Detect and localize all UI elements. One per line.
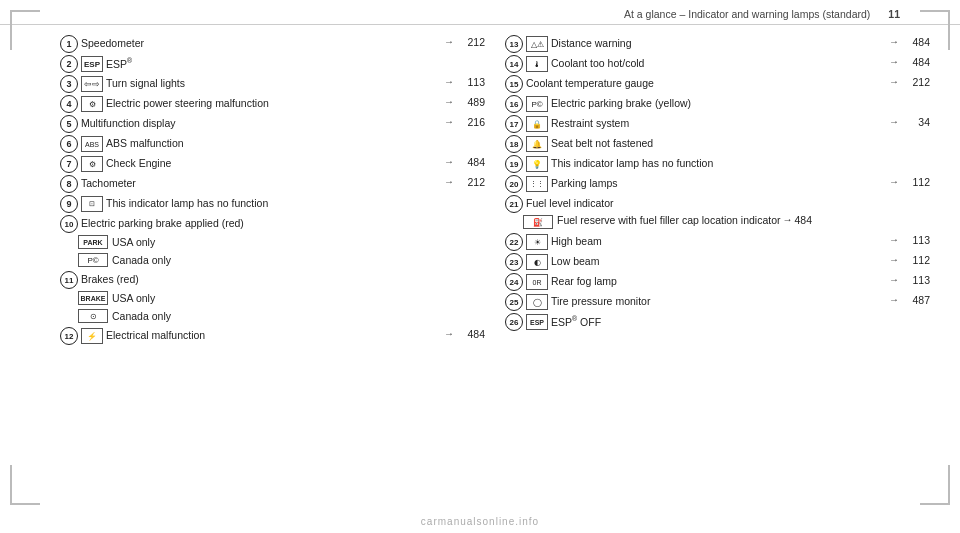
sub-icon-11-1: BRAKE [78,291,108,305]
text-21: Fuel level indicator [526,195,614,211]
page-20: 112 [902,175,930,188]
text-22: High beam [551,233,886,249]
page-17: 34 [902,115,930,128]
arrow-10 [244,215,260,216]
icon-3: ⇦⇨ [81,76,103,92]
arrow-22: → [886,233,902,245]
arrow-7: → [441,155,457,167]
entry-24: 24 0R Rear fog lamp → 113 [505,273,930,291]
text-24: Rear fog lamp [551,273,886,289]
corner-br [920,465,950,505]
text-17: Restraint system [551,115,886,131]
entry-17: 17 🔒 Restraint system → 34 [505,115,930,133]
icon-9: ⊡ [81,196,103,212]
entry-1: 1 Speedometer → 212 [60,35,485,53]
page-2 [457,55,485,56]
text-3: Turn signal lights [106,75,441,91]
sub-icon-11-2: ⊙ [78,309,108,323]
num-8: 8 [60,175,78,193]
text-12: Electrical malfunction [106,327,441,343]
arrow-16 [886,95,902,96]
entry-2: 2 ESP ESP® [60,55,485,73]
content-area: 1 Speedometer → 212 2 ESP ESP® 3 ⇦⇨ Turn… [0,25,960,356]
sub-text-11-1: USA only [112,292,155,304]
page-14: 484 [902,55,930,68]
header-bar: At a glance – Indicator and warning lamp… [0,0,960,25]
entry-5: 5 Multifunction display → 216 [60,115,485,133]
entry-7: 7 ⚙ Check Engine → 484 [60,155,485,173]
icon-6: ABS [81,136,103,152]
text-19: This indicator lamp has no function [551,155,886,171]
page-5: 216 [457,115,485,128]
arrow-11 [139,271,155,272]
header-title: At a glance – Indicator and warning lamp… [624,8,870,20]
num-22: 22 [505,233,523,251]
page-1: 212 [457,35,485,48]
num-23: 23 [505,253,523,271]
num-2: 2 [60,55,78,73]
num-10: 10 [60,215,78,233]
entry-25: 25 ◯ Tire pressure monitor → 487 [505,293,930,311]
arrow-4: → [441,95,457,107]
num-19: 19 [505,155,523,173]
arrow-26 [886,313,902,314]
entry-19: 19 💡 This indicator lamp has no function [505,155,930,173]
entry-23: 23 ◐ Low beam → 112 [505,253,930,271]
text-2: ESP® [106,55,441,71]
num-5: 5 [60,115,78,133]
arrow-17: → [886,115,902,127]
sub-icon-10-1: PARK [78,235,108,249]
page-12: 484 [457,327,485,340]
entry-13: 13 △⚠ Distance warning → 484 [505,35,930,53]
num-18: 18 [505,135,523,153]
entry-12: 12 ⚡ Electrical malfunction → 484 [60,327,485,345]
sub-21-1: ⛽ Fuel reserve with fuel filler cap loca… [523,214,812,230]
page-21 [630,195,658,196]
entry-20: 20 ⋮⋮ Parking lamps → 112 [505,175,930,193]
entry-22: 22 ☀ High beam → 113 [505,233,930,251]
watermark: carmanualsonline.info [0,516,960,527]
entry-14: 14 🌡 Coolant too hot/cold → 484 [505,55,930,73]
icon-20: ⋮⋮ [526,176,548,192]
sub-icon-21-1: ⛽ [523,215,553,229]
sub-icon-10-2: P© [78,253,108,267]
arrow-20: → [886,175,902,187]
text-6: ABS malfunction [106,135,441,151]
icon-24: 0R [526,274,548,290]
entry-18: 18 🔔 Seat belt not fastened [505,135,930,153]
sub-11-1: BRAKE USA only [78,290,155,306]
num-12: 12 [60,327,78,345]
text-10: Electric parking brake applied (red) [81,215,244,231]
num-6: 6 [60,135,78,153]
num-1: 1 [60,35,78,53]
text-9: This indicator lamp has no function [106,195,441,211]
right-column: 13 △⚠ Distance warning → 484 14 🌡 Coolan… [505,35,930,346]
num-14: 14 [505,55,523,73]
page-18 [902,135,930,136]
icon-22: ☀ [526,234,548,250]
icon-12: ⚡ [81,328,103,344]
page-10 [260,215,288,216]
corner-bl [10,465,40,505]
sub-10-2: P© Canada only [78,252,171,268]
icon-13: △⚠ [526,36,548,52]
text-23: Low beam [551,253,886,269]
num-7: 7 [60,155,78,173]
num-24: 24 [505,273,523,291]
arrow-13: → [886,35,902,47]
icon-23: ◐ [526,254,548,270]
entry-10: 10 Electric parking brake applied (red) … [60,215,485,269]
arrow-12: → [441,327,457,339]
arrow-19 [886,155,902,156]
sub-10-1: PARK USA only [78,234,155,250]
entry-8: 8 Tachometer → 212 [60,175,485,193]
num-26: 26 [505,313,523,331]
num-9: 9 [60,195,78,213]
page-8: 212 [457,175,485,188]
icon-14: 🌡 [526,56,548,72]
text-7: Check Engine [106,155,441,171]
text-16: Electric parking brake (yellow) [551,95,886,111]
arrow-15: → [886,75,902,87]
page-22: 113 [902,233,930,246]
arrow-14: → [886,55,902,67]
